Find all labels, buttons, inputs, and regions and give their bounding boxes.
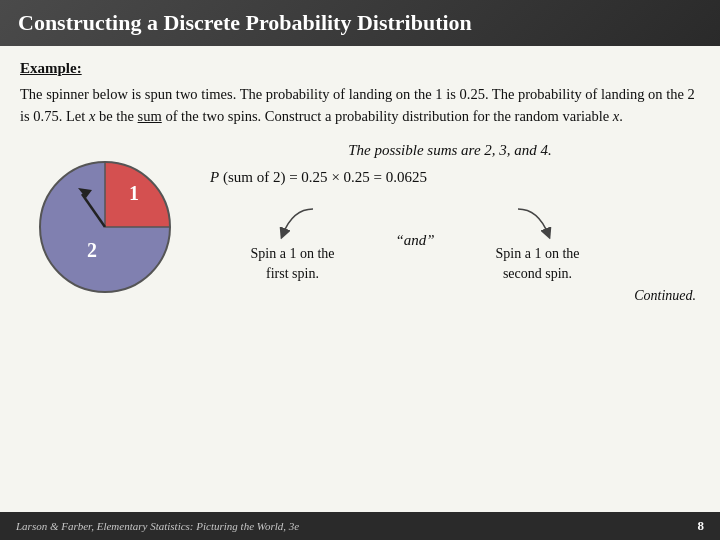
content-area: Example: The spinner below is spun two t… xyxy=(0,46,720,512)
spinner-label-1: 1 xyxy=(129,182,139,204)
spin-right-line2: second spin. xyxy=(503,266,572,281)
annotation-left: Spin a 1 on the first spin. xyxy=(210,204,375,283)
continued-label: Continued. xyxy=(634,288,696,304)
example-label: Example: xyxy=(20,60,700,77)
example-sum-word: sum xyxy=(138,108,162,124)
left-arrow-path xyxy=(283,209,313,234)
spin-left-line2: first spin. xyxy=(266,266,319,281)
left-arrow-container xyxy=(210,204,375,242)
left-arrow-svg xyxy=(263,204,323,242)
page-title: Constructing a Discrete Probability Dist… xyxy=(18,10,472,36)
right-arrow-path xyxy=(518,209,548,234)
and-label: “and” xyxy=(395,232,434,249)
annotation-right: Spin a 1 on the second spin. xyxy=(455,204,620,283)
right-panel: The possible sums are 2, 3, and 4. P (su… xyxy=(190,142,700,304)
spin-right-line1: Spin a 1 on the xyxy=(496,246,580,261)
spin-left-line1: Spin a 1 on the xyxy=(251,246,335,261)
spinner-container: 1 2 xyxy=(20,142,190,302)
right-arrow-container xyxy=(455,204,620,242)
prob-text: (sum of 2) = 0.25 xyxy=(219,169,331,185)
spin-right-label: Spin a 1 on the second spin. xyxy=(496,244,580,283)
times-symbol: × xyxy=(331,169,339,185)
p-label: P xyxy=(210,169,219,185)
probability-row: P (sum of 2) = 0.25 × 0.25 = 0.0625 xyxy=(200,169,700,186)
header: Constructing a Discrete Probability Dist… xyxy=(0,0,720,46)
possible-sums: The possible sums are 2, 3, and 4. xyxy=(200,142,700,159)
annotation-area: Spin a 1 on the first spin. “and” xyxy=(200,204,700,284)
spinner-label-2: 2 xyxy=(87,239,97,261)
page-wrapper: Constructing a Discrete Probability Dist… xyxy=(0,0,720,540)
annotation-middle: “and” xyxy=(375,204,455,249)
example-text-part2: be the xyxy=(95,108,137,124)
continued-row: Continued. xyxy=(200,284,700,304)
diagram-section: 1 2 The possible sums are 2, 3, and 4. P… xyxy=(20,142,700,504)
example-text-part4: . xyxy=(619,108,623,124)
footer-citation: Larson & Farber, Elementary Statistics: … xyxy=(16,520,299,532)
footer: Larson & Farber, Elementary Statistics: … xyxy=(0,512,720,540)
right-arrow-svg xyxy=(508,204,568,242)
example-text-part3: of the two spins. Construct a probabilit… xyxy=(162,108,613,124)
prob-text2: 0.25 = 0.0625 xyxy=(340,169,427,185)
example-paragraph: The spinner below is spun two times. The… xyxy=(20,83,700,128)
footer-page-number: 8 xyxy=(698,518,705,534)
spinner-svg: 1 2 xyxy=(30,152,180,302)
spin-left-label: Spin a 1 on the first spin. xyxy=(251,244,335,283)
